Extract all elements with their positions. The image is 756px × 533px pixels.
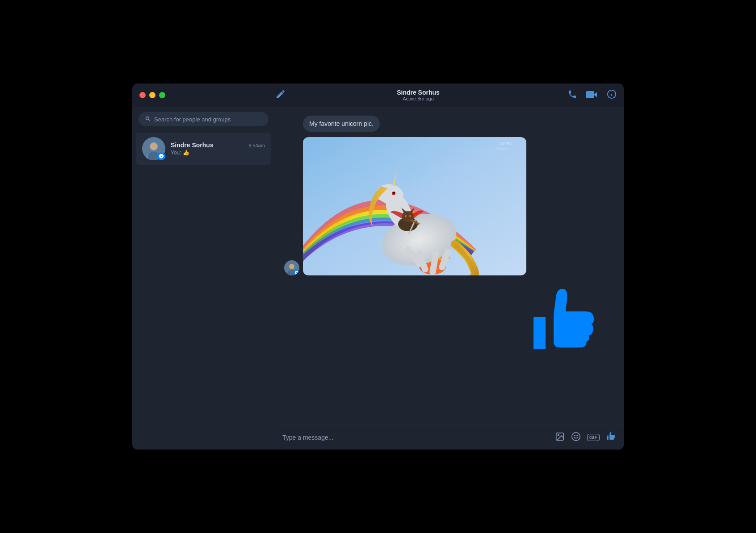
- close-button[interactable]: [139, 92, 146, 98]
- messages-area: My favorite unicorn pic.: [275, 107, 624, 425]
- call-button[interactable]: [567, 89, 577, 101]
- conv-name: Sindre Sorhus: [171, 142, 214, 149]
- like-button[interactable]: [606, 431, 617, 444]
- conv-preview-text: You: 👍: [171, 150, 189, 156]
- traffic-lights: [139, 92, 165, 98]
- message-row-thumbs: [284, 281, 615, 363]
- image-attach-button[interactable]: [555, 432, 565, 444]
- message-text: My favorite unicorn pic.: [309, 120, 374, 127]
- svg-point-35: [558, 434, 559, 436]
- search-icon: [145, 116, 151, 123]
- conv-preview: You: 👍: [171, 150, 265, 156]
- chat-area: My favorite unicorn pic.: [275, 107, 624, 450]
- search-bar: [132, 107, 275, 132]
- compose-button[interactable]: [275, 89, 285, 101]
- conversation-list: Sindre Sorhus 6:54am You: 👍: [132, 132, 275, 450]
- app-window: Sindre Sorhus Active 8m ago: [132, 83, 624, 450]
- image-message: MIPEX wallpapers: [303, 137, 526, 275]
- emoji-button[interactable]: [571, 432, 581, 444]
- svg-point-36: [571, 432, 580, 440]
- video-button[interactable]: [586, 89, 598, 101]
- title-bar: Sindre Sorhus Active 8m ago: [132, 83, 624, 107]
- svg-text:wallpapers: wallpapers: [495, 147, 510, 150]
- conversation-item[interactable]: Sindre Sorhus 6:54am You: 👍: [136, 133, 271, 165]
- conv-info: Sindre Sorhus 6:54am You: 👍: [171, 142, 265, 156]
- svg-point-9: [289, 264, 294, 269]
- info-button[interactable]: [607, 89, 617, 101]
- header-actions: [567, 89, 617, 101]
- svg-point-28: [405, 215, 407, 217]
- messenger-badge: [157, 152, 165, 160]
- search-input[interactable]: [154, 116, 262, 123]
- message-bubble: My favorite unicorn pic.: [303, 116, 380, 132]
- sidebar: Sindre Sorhus 6:54am You: 👍: [132, 107, 275, 450]
- avatar-wrap: [142, 137, 165, 160]
- input-actions: GIF: [555, 431, 617, 444]
- msg-avatar: [284, 260, 299, 275]
- conv-time: 6:54am: [248, 143, 265, 148]
- message-input-bar: GIF: [275, 425, 624, 450]
- main-content: Sindre Sorhus 6:54am You: 👍 M: [132, 107, 624, 450]
- message-row-image: MIPEX wallpapers: [284, 137, 615, 275]
- msg-avatar-badge: [294, 270, 299, 275]
- gif-button[interactable]: GIF: [587, 434, 600, 441]
- large-thumbs-up: [525, 281, 606, 363]
- svg-point-19: [393, 192, 395, 194]
- search-input-wrap[interactable]: [139, 112, 269, 126]
- maximize-button[interactable]: [159, 92, 165, 98]
- message-row-text: My favorite unicorn pic.: [284, 116, 615, 132]
- contact-name: Sindre Sorhus: [397, 89, 440, 96]
- message-input[interactable]: [282, 434, 550, 441]
- minimize-button[interactable]: [149, 92, 155, 98]
- svg-point-6: [150, 143, 157, 150]
- conv-top: Sindre Sorhus 6:54am: [171, 142, 265, 149]
- svg-point-29: [409, 215, 411, 217]
- svg-text:MIPEX: MIPEX: [500, 142, 512, 146]
- header-contact: Sindre Sorhus Active 8m ago: [397, 89, 440, 101]
- contact-status: Active 8m ago: [397, 96, 440, 101]
